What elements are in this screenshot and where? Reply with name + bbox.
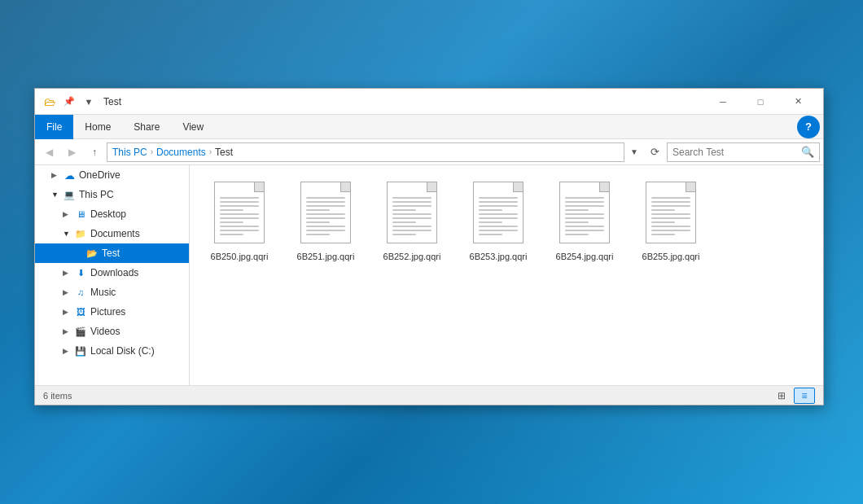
breadcrumb: This PC › Documents › Test	[107, 142, 624, 162]
sidebar-label-music: Music	[90, 287, 116, 298]
list-view-button[interactable]: ≡	[794, 388, 815, 404]
doc-line	[220, 217, 259, 219]
tree-arrow-downloads: ▶	[63, 269, 74, 277]
share-menu-item[interactable]: Share	[122, 115, 171, 139]
file-menu-button[interactable]: File	[35, 115, 73, 139]
doc-icon-shape	[300, 182, 351, 243]
folder-icon: 🗁	[42, 94, 58, 110]
tree-arrow-documents: ▼	[63, 230, 74, 238]
file-icon	[642, 182, 700, 248]
doc-line	[651, 197, 690, 199]
doc-line	[479, 217, 518, 219]
doc-line	[565, 205, 604, 207]
downloads-icon: ⬇	[74, 266, 87, 279]
sidebar-label-local-disk: Local Disk (C:)	[90, 345, 155, 357]
doc-icon-shape	[214, 182, 265, 243]
doc-line	[392, 226, 432, 227]
sidebar-item-music[interactable]: ▶ ♫ Music	[35, 283, 189, 302]
doc-line-short	[306, 234, 330, 235]
file-item[interactable]: 6B252.jpg.qqri	[375, 178, 449, 265]
window-title: Test	[103, 96, 704, 107]
pin-icon: 📌	[61, 94, 77, 110]
refresh-button[interactable]: ⟳	[644, 142, 665, 163]
sidebar-item-downloads[interactable]: ▶ ⬇ Downloads	[35, 263, 189, 283]
tree-arrow-music: ▶	[63, 288, 74, 296]
address-dropdown-button[interactable]: ▼	[626, 142, 642, 162]
doc-line-short	[565, 209, 589, 211]
doc-line-short	[565, 234, 589, 235]
file-icon	[383, 182, 441, 248]
doc-lines	[220, 197, 259, 235]
doc-line	[306, 226, 345, 227]
doc-line	[220, 213, 259, 215]
close-button[interactable]: ✕	[779, 89, 817, 115]
doc-line	[651, 213, 690, 215]
sidebar-item-local-disk[interactable]: ▶ 💾 Local Disk (C:)	[35, 341, 189, 361]
sidebar-item-test[interactable]: 📂 Test	[35, 243, 189, 263]
address-bar: ◀ ▶ ↑ This PC › Documents › Test ▼ ⟳ 🔍	[35, 139, 823, 165]
doc-lines	[479, 197, 518, 235]
doc-line	[220, 205, 259, 207]
doc-line	[565, 226, 604, 227]
help-button[interactable]: ?	[797, 116, 820, 138]
doc-line-short	[220, 209, 243, 211]
up-button[interactable]: ↑	[84, 142, 105, 163]
doc-lines	[565, 197, 604, 235]
doc-line-short	[220, 221, 243, 223]
sidebar-item-pictures[interactable]: ▶ 🖼 Pictures	[35, 302, 189, 322]
breadcrumb-chevron-1: ›	[151, 147, 153, 156]
home-menu-item[interactable]: Home	[73, 115, 122, 139]
sidebar-item-documents[interactable]: ▼ 📁 Documents	[35, 224, 189, 243]
this-pc-icon: 💻	[63, 188, 76, 201]
sidebar-label-test: Test	[102, 248, 120, 259]
view-menu-item[interactable]: View	[171, 115, 215, 139]
doc-line	[479, 201, 518, 203]
doc-lines	[392, 197, 432, 235]
sidebar-label-documents: Documents	[90, 228, 140, 239]
doc-line	[220, 197, 259, 199]
file-item[interactable]: 6B251.jpg.qqri	[289, 178, 362, 265]
back-button[interactable]: ◀	[38, 142, 59, 163]
file-item[interactable]: 6B250.jpg.qqri	[203, 178, 276, 265]
file-item[interactable]: 6B253.jpg.qqri	[462, 178, 535, 265]
file-item[interactable]: 6B255.jpg.qqri	[634, 178, 707, 265]
doc-line	[479, 197, 518, 199]
sidebar-item-onedrive[interactable]: ▶ ☁ OneDrive	[35, 165, 189, 185]
forward-button[interactable]: ▶	[61, 142, 82, 163]
breadcrumb-this-pc[interactable]: This PC	[112, 147, 147, 158]
file-item[interactable]: 6B254.jpg.qqri	[548, 178, 621, 265]
items-count: 6 items	[43, 391, 771, 401]
doc-line	[651, 201, 690, 203]
local-disk-icon: 💾	[74, 344, 87, 357]
doc-icon-shape	[473, 182, 523, 243]
doc-line	[306, 217, 345, 219]
status-bar: 6 items ⊞ ≡	[35, 385, 823, 405]
file-name: 6B254.jpg.qqri	[556, 252, 614, 261]
tree-arrow-local-disk: ▶	[63, 347, 74, 355]
search-input[interactable]	[672, 147, 798, 158]
sidebar-item-desktop[interactable]: ▶ 🖥 Desktop	[35, 204, 189, 224]
doc-line	[565, 197, 604, 199]
doc-icon-shape	[559, 182, 610, 243]
doc-line-short	[306, 209, 330, 211]
sidebar-item-videos[interactable]: ▶ 🎬 Videos	[35, 322, 189, 341]
doc-line	[651, 217, 690, 219]
grid-view-button[interactable]: ⊞	[771, 388, 792, 404]
tree-arrow-this-pc: ▼	[51, 191, 63, 199]
down-arrow-icon: ▼	[81, 94, 97, 110]
window-controls: ─ □ ✕	[704, 89, 817, 115]
doc-icon-shape	[387, 182, 437, 243]
search-icon[interactable]: 🔍	[801, 146, 814, 158]
documents-icon: 📁	[74, 227, 87, 240]
view-buttons: ⊞ ≡	[771, 388, 815, 404]
doc-line-short	[651, 221, 675, 223]
sidebar-item-this-pc[interactable]: ▼ 💻 This PC	[35, 185, 189, 204]
doc-line	[651, 230, 690, 231]
doc-line	[479, 226, 518, 227]
tree-arrow-videos: ▶	[63, 327, 74, 335]
maximize-button[interactable]: □	[742, 89, 779, 115]
breadcrumb-test: Test	[215, 147, 233, 158]
minimize-button[interactable]: ─	[704, 89, 742, 115]
breadcrumb-documents[interactable]: Documents	[156, 147, 206, 158]
doc-line	[306, 230, 345, 231]
